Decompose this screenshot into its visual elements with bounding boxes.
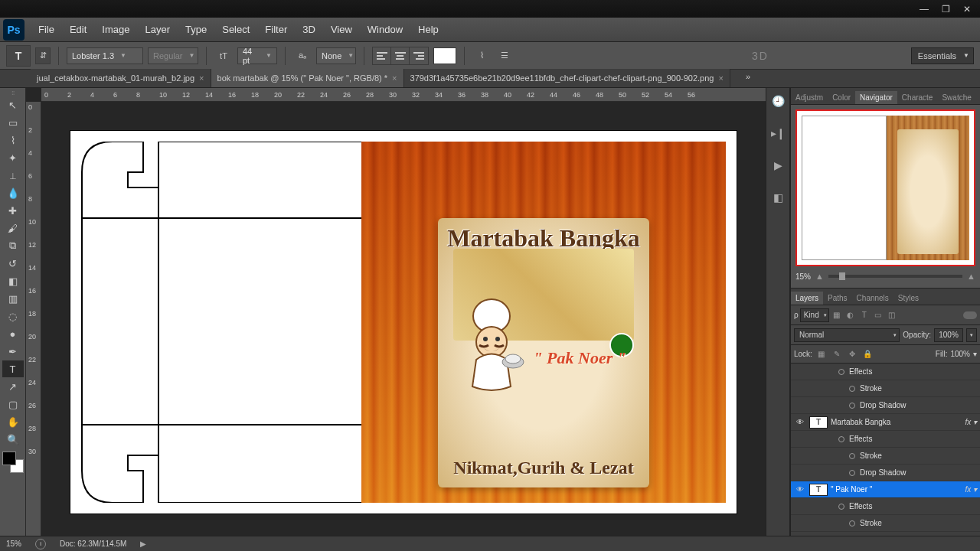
visibility-toggle[interactable]: 👁	[794, 418, 806, 426]
menu-window[interactable]: Window	[360, 21, 410, 38]
tool-blur[interactable]: ◌	[2, 308, 24, 324]
tool-brush[interactable]: 🖌	[2, 220, 24, 236]
workspace-switcher[interactable]: Essentials▼	[911, 47, 974, 64]
document-tab[interactable]: 379d3f1a45735e6be21b20d9ee11bfdb_chef-cl…	[404, 69, 730, 87]
fill-caret[interactable]: ▾	[973, 350, 977, 358]
blend-mode-dropdown[interactable]: Normal▾	[794, 328, 900, 342]
filter-adjust-icon[interactable]: ◐	[844, 309, 857, 321]
layer-effect[interactable]: Stroke	[791, 380, 980, 397]
zoom-in-icon[interactable]: ▲	[967, 272, 975, 281]
panel-tab-paths[interactable]: Paths	[823, 292, 852, 305]
filter-type-icon[interactable]: T	[858, 309, 871, 321]
effect-visibility-icon[interactable]	[849, 453, 855, 459]
tool-lasso[interactable]: ⌇	[2, 132, 24, 148]
anti-alias-dropdown[interactable]: None▼	[316, 47, 356, 64]
tool-wand[interactable]: ✦	[2, 149, 24, 166]
ruler-horizontal[interactable]: 0246810121416182022242628303234363840424…	[41, 88, 766, 102]
effect-visibility-icon[interactable]	[849, 386, 855, 392]
menu-file[interactable]: File	[31, 21, 62, 38]
tool-pen[interactable]: ✒	[2, 343, 24, 360]
filter-smart-icon[interactable]: ◫	[886, 309, 898, 321]
tool-spot-heal[interactable]: ✚	[2, 202, 24, 219]
panel-tab-characte[interactable]: Characte	[897, 91, 938, 104]
menu-type[interactable]: Type	[178, 21, 214, 38]
toggle-panels-button[interactable]: ☰	[495, 47, 514, 64]
lock-pixels-icon[interactable]: ✎	[831, 348, 843, 360]
tool-eyedropper[interactable]: 💧	[2, 184, 24, 201]
foreground-color[interactable]	[2, 452, 16, 465]
layer-effect[interactable]: Effects	[791, 431, 980, 448]
tool-marquee[interactable]: ▭	[2, 114, 24, 131]
actions-dock-icon[interactable]: ▸❙	[769, 125, 786, 142]
filter-toggle-switch[interactable]	[963, 311, 977, 319]
maximize-button[interactable]: ❐	[936, 2, 956, 16]
fx-indicator[interactable]: fx ▾	[965, 418, 977, 426]
tool-path-select[interactable]: ↗	[2, 378, 24, 395]
current-tool-indicator[interactable]: T	[6, 45, 31, 67]
tool-gradient[interactable]: ▥	[2, 290, 24, 307]
filter-kind-dropdown[interactable]: Kind▾	[800, 308, 829, 322]
layer-text[interactable]: 👁T" Pak Noer "fx ▾	[791, 481, 980, 498]
menu-edit[interactable]: Edit	[62, 21, 94, 38]
warp-text-button[interactable]: ⌇	[472, 47, 491, 64]
canvas-area[interactable]: 0246810121416182022242628303234363840424…	[26, 88, 766, 536]
effect-visibility-icon[interactable]	[849, 470, 855, 476]
layer-effect[interactable]: Stroke	[791, 448, 980, 465]
tab-close-icon[interactable]: ×	[199, 73, 204, 83]
layer-effect[interactable]: Effects	[791, 498, 980, 515]
panel-tab-navigator[interactable]: Navigator	[855, 91, 897, 104]
menu-help[interactable]: Help	[410, 21, 446, 38]
opacity-input[interactable]: 100%	[934, 328, 963, 342]
status-zoom[interactable]: 15%	[6, 540, 21, 548]
layer-effect[interactable]: Gradient Overlay	[791, 532, 980, 536]
3d-dock-icon[interactable]: ◧	[769, 189, 786, 206]
filter-shape-icon[interactable]: ▭	[872, 309, 884, 321]
panel-tab-swatche[interactable]: Swatche	[937, 91, 975, 104]
opacity-caret[interactable]: ▾	[966, 328, 977, 342]
zoom-slider[interactable]	[828, 275, 962, 278]
layer-text[interactable]: 👁TMartabak Bangkafx ▾	[791, 414, 980, 431]
lock-position-icon[interactable]: ✥	[846, 348, 858, 360]
tool-zoom[interactable]: 🔍	[2, 431, 24, 448]
menu-image[interactable]: Image	[94, 21, 137, 38]
filter-pixel-icon[interactable]: ▦	[831, 309, 843, 321]
status-play-icon[interactable]: ▶	[140, 540, 146, 548]
align-center-button[interactable]	[391, 47, 410, 64]
text-color-swatch[interactable]	[433, 47, 456, 64]
tool-clone[interactable]: ⧉	[2, 237, 24, 254]
effect-visibility-icon[interactable]	[838, 436, 844, 442]
panel-tab-channels[interactable]: Channels	[852, 292, 893, 305]
lock-all-icon[interactable]: 🔒	[861, 348, 874, 360]
tab-close-icon[interactable]: ×	[392, 73, 397, 83]
toolbox-grip[interactable]: ⠿	[0, 90, 25, 96]
fx-indicator[interactable]: fx ▾	[965, 485, 977, 494]
font-style-dropdown[interactable]: Regular▼	[148, 47, 198, 64]
document-canvas[interactable]: Martabak Bangka " Pak Noer " Nikmat,Guri…	[70, 131, 737, 514]
status-info-icon[interactable]: i	[35, 539, 46, 549]
tabs-overflow-button[interactable]: »	[746, 72, 750, 81]
panel-tab-layers[interactable]: Layers	[791, 292, 823, 305]
visibility-toggle[interactable]: 👁	[794, 485, 806, 494]
layer-effect[interactable]: Effects	[791, 364, 980, 380]
tool-eraser[interactable]: ◧	[2, 272, 24, 289]
lock-transparency-icon[interactable]: ▦	[815, 348, 828, 360]
ruler-vertical[interactable]: 024681012141618202224262830	[26, 102, 41, 536]
tool-move[interactable]: ↖	[2, 96, 24, 113]
effect-visibility-icon[interactable]	[849, 520, 855, 527]
document-tab[interactable]: jual_cetakbox-martabak_01-murah_b2.jpg×	[31, 69, 211, 87]
minimize-button[interactable]: —	[914, 2, 934, 16]
layer-effect[interactable]: Stroke	[791, 515, 980, 532]
text-orientation-toggle[interactable]: ⇵	[35, 47, 51, 64]
properties-dock-icon[interactable]: ▶	[769, 157, 786, 174]
menu-layer[interactable]: Layer	[138, 21, 178, 38]
panel-tab-styles[interactable]: Styles	[893, 292, 923, 305]
tool-history-brush[interactable]: ↺	[2, 255, 24, 272]
panel-tab-color[interactable]: Color	[828, 91, 855, 104]
effect-visibility-icon[interactable]	[838, 369, 844, 375]
tab-close-icon[interactable]: ×	[718, 73, 723, 83]
effect-visibility-icon[interactable]	[838, 504, 844, 510]
menu-3d[interactable]: 3D	[295, 21, 323, 38]
layer-effect[interactable]: Drop Shadow	[791, 465, 980, 481]
font-family-dropdown[interactable]: Lobster 1.3▼	[67, 47, 143, 64]
color-picker[interactable]	[2, 452, 24, 473]
